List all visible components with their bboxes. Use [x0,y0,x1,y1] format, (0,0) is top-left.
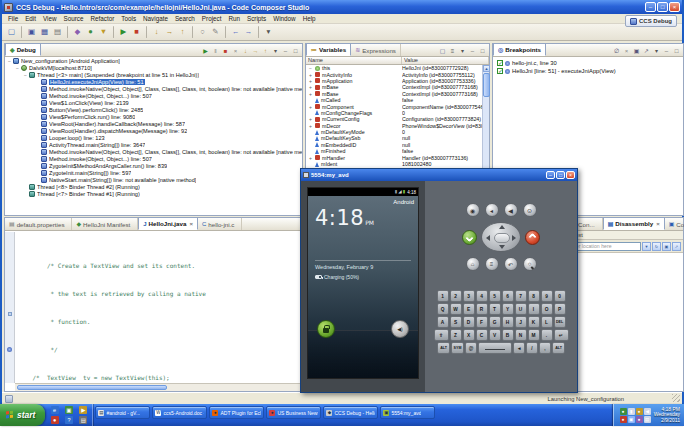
emulator-titlebar[interactable]: 5554:my_avd –□× [301,169,577,181]
toolbar-icon[interactable]: ▤ [52,26,64,39]
hardware-button[interactable]: ◉ [466,203,480,217]
debug-tree-row[interactable]: ZygoteInit.main(String[]) line: 597 [5,169,302,176]
keyboard-key[interactable]: N [515,329,527,341]
resize-grip[interactable] [672,394,680,402]
debug-tree-row[interactable]: HelloJni.executeJniApp(View) line: 51 [5,78,302,85]
variable-expander[interactable]: − [308,65,313,71]
hardware-button[interactable]: ⌂ [466,257,480,271]
keyboard-key[interactable]: H [502,316,514,328]
toolbar-icon[interactable]: ✎ [210,26,222,39]
tree-expander[interactable]: − [7,58,12,64]
hardware-button[interactable]: ⊙ [523,203,537,217]
keyboard-key[interactable]: @ [465,342,477,354]
variables-tool-icon[interactable]: □ [478,47,487,56]
tree-expander[interactable]: − [23,72,28,78]
tray-icon[interactable]: ◀ [644,408,651,415]
menu-item[interactable]: Scripts [244,15,269,22]
variable-expander[interactable]: + [308,78,313,84]
keyboard-key[interactable]: R [476,303,488,315]
variable-expander[interactable]: + [308,84,313,90]
keyboard-key[interactable]: F [476,316,488,328]
keyboard-key[interactable]: 7 [515,290,527,302]
emulator-window-button[interactable]: × [566,171,575,179]
keyboard-key[interactable]: J [515,316,527,328]
toolbar-icon[interactable]: ● [85,26,97,39]
quick-launch-icon[interactable]: e [51,406,59,414]
call-button[interactable] [462,230,477,245]
debug-tool-icon[interactable]: ↓ [241,47,250,56]
breakpoints-tool-icon[interactable]: ▾ [652,47,661,56]
keyboard-key[interactable]: 4 [476,290,488,302]
toolbar-icon[interactable]: ▶ [118,26,130,39]
hardware-button[interactable]: ○ [523,257,537,271]
toolbar-icon[interactable]: ▾ [263,26,275,39]
keyboard-key[interactable]: O [541,303,553,315]
toolbar-icon[interactable]: ▣ [26,26,38,39]
location-tool-button[interactable]: ▼ [642,242,651,251]
hardware-button[interactable]: ◂ [485,203,499,217]
window-titlebar[interactable]: CCS Debug - Hello.Intro/src/com/example/… [2,0,682,14]
menu-item[interactable]: Tools [118,15,139,22]
location-tool-button[interactable]: ▣ [662,242,671,251]
phone-screen[interactable]: ▮◢▮ 4:18 Android 4:18PM Wednesday, Febru… [307,187,419,379]
breakpoints-tool-icon[interactable]: ▣ [632,47,641,56]
debug-tree-row[interactable]: ActivityThread.main(String[]) line: 3647 [5,141,302,148]
breakpoints-tool-icon[interactable]: × [622,47,631,56]
quick-launch-icon[interactable]: ● [51,416,59,424]
toolbar-icon[interactable] [146,26,147,38]
toolbar-icon[interactable] [113,26,114,38]
keyboard-key[interactable]: Y [502,303,514,315]
dpad-left-icon[interactable] [486,235,490,241]
menu-item[interactable]: Project [199,15,225,22]
breakpoint-row[interactable]: ✓ hello-jni.c, line 30 [493,59,683,67]
debug-tree-row[interactable]: Method.invoke(Object, Object...) line: 5… [5,92,302,99]
end-call-button[interactable] [525,230,540,245]
keyboard-key[interactable]: . [541,329,553,341]
quick-launch-icon[interactable]: ▤ [79,416,87,424]
debug-tool-icon[interactable]: □ [291,47,300,56]
keyboard-key[interactable]: , [539,342,551,354]
toolbar-icon[interactable]: ◆ [72,26,84,39]
menu-item[interactable]: Source [61,15,87,22]
hardware-button[interactable]: ◀ [504,203,518,217]
keyboard-key[interactable]: SYM [451,342,464,354]
debug-tree-row[interactable]: Method.invoke(Object, Object...) line: 5… [5,155,302,162]
variable-row[interactable]: mCalled false [306,97,489,103]
keyboard-key[interactable]: ◄ [513,342,525,354]
toolbar-icon[interactable]: ▢ [6,26,18,39]
bottom-right-tab[interactable]: ▤ Disassembly × [603,217,665,230]
variable-row[interactable]: + mApplication Application (id=830007753… [306,78,489,84]
variable-row[interactable]: + mDecor PhoneWindow$DecorView (id=83000… [306,123,489,129]
menu-item[interactable]: File [5,15,21,22]
toolbar-icon[interactable]: ↑ [177,26,189,39]
variable-row[interactable]: mDefaultKeyMode 0 [306,129,489,135]
debug-tree-row[interactable]: Method.invokeNative(Object, Object[], Cl… [5,148,302,155]
keyboard-key[interactable]: V [489,329,501,341]
keyboard-key[interactable]: M [528,329,540,341]
keyboard-key[interactable] [478,342,512,354]
variable-row[interactable]: + mCurrentConfig Configuration (id=83000… [306,116,489,122]
keyboard-key[interactable]: U [515,303,527,315]
breakpoints-tool-icon[interactable]: ↗ [642,47,651,56]
variable-row[interactable]: mFinished false [306,148,489,154]
quick-launch-icon[interactable]: ? [65,416,73,424]
sound-toggle[interactable]: ◀) [391,320,409,338]
keyboard-key[interactable]: B [502,329,514,341]
toolbar-icon[interactable] [225,26,226,38]
breakpoint-checkbox[interactable]: ✓ [497,68,503,74]
debug-tool-icon[interactable]: – [281,47,290,56]
keyboard-key[interactable]: 5 [489,290,501,302]
toolbar-icon[interactable]: ■ [131,26,143,39]
variable-row[interactable]: mDefaultKeySsb null [306,135,489,141]
emulator-window-button[interactable]: □ [556,171,565,179]
editor-gutter[interactable] [5,232,15,383]
menu-item[interactable]: Navigate [140,15,171,22]
dpad-down-icon[interactable] [499,245,505,249]
debug-tree-row[interactable]: ViewRoot(Handler).dispatchMessage(Messag… [5,127,302,134]
bottom-right-tab[interactable]: ▣ Console [665,218,684,230]
variable-expander[interactable]: + [308,104,313,110]
start-button[interactable]: start [0,404,45,426]
variable-expander[interactable]: + [308,91,313,97]
variables-tool-icon[interactable]: ▾ [458,47,467,56]
keyboard-key[interactable]: S [450,316,462,328]
